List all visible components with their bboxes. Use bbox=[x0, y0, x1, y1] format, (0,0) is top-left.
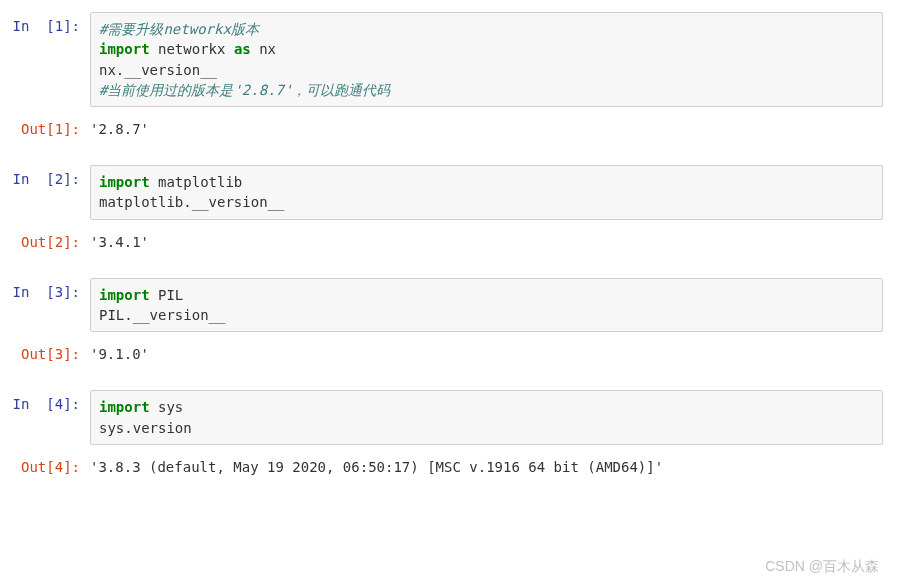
code-token[interactable]: nx bbox=[251, 41, 276, 57]
code-token[interactable]: matplotlib bbox=[150, 174, 243, 190]
output-text: '9.1.0' bbox=[90, 340, 883, 368]
code-line[interactable]: PIL.__version__ bbox=[99, 305, 874, 325]
code-area[interactable]: import matplotlibmatplotlib.__version__ bbox=[90, 165, 883, 220]
output-cell: Out[2]:'3.4.1' bbox=[0, 224, 897, 260]
output-cell: Out[3]:'9.1.0' bbox=[0, 336, 897, 372]
input-cell: In [4]:import syssys.version bbox=[0, 386, 897, 449]
code-line[interactable]: import sys bbox=[99, 397, 874, 417]
out-prompt: Out[3]: bbox=[0, 340, 90, 362]
cell-gap bbox=[0, 485, 897, 499]
code-line[interactable]: matplotlib.__version__ bbox=[99, 192, 874, 212]
in-prompt: In [2]: bbox=[0, 165, 90, 187]
code-token[interactable]: networkx bbox=[150, 41, 234, 57]
code-token[interactable]: import bbox=[99, 41, 150, 57]
output-cell: Out[1]:'2.8.7' bbox=[0, 111, 897, 147]
code-token[interactable]: PIL.__version__ bbox=[99, 307, 225, 323]
code-token[interactable]: import bbox=[99, 399, 150, 415]
in-prompt: In [1]: bbox=[0, 12, 90, 34]
input-cell: In [1]:#需要升级networkx版本import networkx as… bbox=[0, 8, 897, 111]
code-token[interactable]: matplotlib.__version__ bbox=[99, 194, 284, 210]
code-token[interactable]: #需要升级networkx版本 bbox=[99, 21, 259, 37]
code-line[interactable]: import matplotlib bbox=[99, 172, 874, 192]
code-line[interactable]: nx.__version__ bbox=[99, 60, 874, 80]
code-token[interactable]: sys bbox=[150, 399, 184, 415]
output-text: '3.8.3 (default, May 19 2020, 06:50:17) … bbox=[90, 453, 883, 481]
code-editor[interactable]: import matplotlibmatplotlib.__version__ bbox=[90, 165, 883, 220]
code-token[interactable]: as bbox=[234, 41, 251, 57]
cell-gap bbox=[0, 260, 897, 274]
code-token[interactable]: sys.version bbox=[99, 420, 192, 436]
code-line[interactable]: import networkx as nx bbox=[99, 39, 874, 59]
output-cell: Out[4]:'3.8.3 (default, May 19 2020, 06:… bbox=[0, 449, 897, 485]
code-line[interactable]: #需要升级networkx版本 bbox=[99, 19, 874, 39]
code-token[interactable]: PIL bbox=[150, 287, 184, 303]
code-editor[interactable]: #需要升级networkx版本import networkx as nxnx._… bbox=[90, 12, 883, 107]
code-token[interactable]: import bbox=[99, 174, 150, 190]
cell-gap bbox=[0, 372, 897, 386]
output-text: '3.4.1' bbox=[90, 228, 883, 256]
in-prompt: In [3]: bbox=[0, 278, 90, 300]
output-area: '2.8.7' bbox=[90, 115, 883, 143]
code-token[interactable]: nx.__version__ bbox=[99, 62, 217, 78]
input-cell: In [3]:import PILPIL.__version__ bbox=[0, 274, 897, 337]
output-area: '3.4.1' bbox=[90, 228, 883, 256]
code-line[interactable]: sys.version bbox=[99, 418, 874, 438]
notebook-root: In [1]:#需要升级networkx版本import networkx as… bbox=[0, 8, 897, 499]
in-prompt: In [4]: bbox=[0, 390, 90, 412]
code-area[interactable]: import PILPIL.__version__ bbox=[90, 278, 883, 333]
code-area[interactable]: #需要升级networkx版本import networkx as nxnx._… bbox=[90, 12, 883, 107]
out-prompt: Out[2]: bbox=[0, 228, 90, 250]
out-prompt: Out[4]: bbox=[0, 453, 90, 475]
code-editor[interactable]: import PILPIL.__version__ bbox=[90, 278, 883, 333]
out-prompt: Out[1]: bbox=[0, 115, 90, 137]
output-area: '3.8.3 (default, May 19 2020, 06:50:17) … bbox=[90, 453, 883, 481]
code-editor[interactable]: import syssys.version bbox=[90, 390, 883, 445]
code-area[interactable]: import syssys.version bbox=[90, 390, 883, 445]
code-token[interactable]: #当前使用过的版本是'2.8.7'，可以跑通代码 bbox=[99, 82, 390, 98]
code-token[interactable]: import bbox=[99, 287, 150, 303]
code-line[interactable]: #当前使用过的版本是'2.8.7'，可以跑通代码 bbox=[99, 80, 874, 100]
code-line[interactable]: import PIL bbox=[99, 285, 874, 305]
input-cell: In [2]:import matplotlibmatplotlib.__ver… bbox=[0, 161, 897, 224]
output-area: '9.1.0' bbox=[90, 340, 883, 368]
output-text: '2.8.7' bbox=[90, 115, 883, 143]
cell-gap bbox=[0, 147, 897, 161]
